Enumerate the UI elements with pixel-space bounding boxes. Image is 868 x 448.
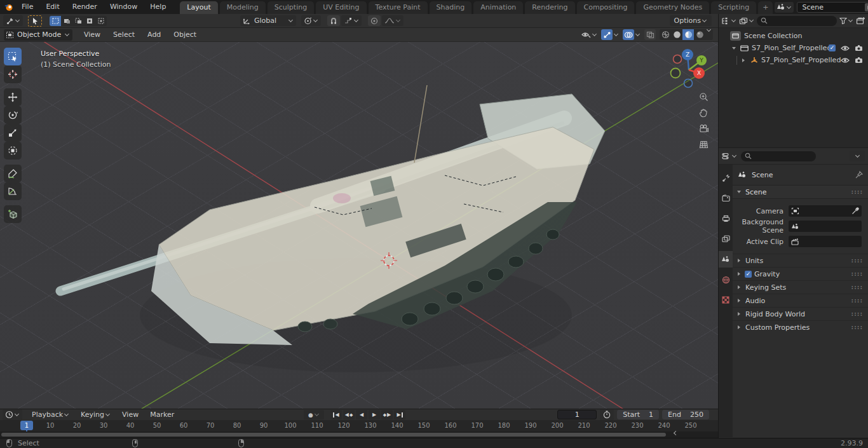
drag-grip-icon[interactable]: ::::	[851, 284, 863, 290]
drag-grip-icon[interactable]: ::::	[851, 311, 863, 317]
jump-to-end-button[interactable]: ▶	[394, 410, 405, 419]
timeline-ruler[interactable]: 1020304050607080901001101201301401501601…	[0, 420, 718, 431]
panel-gravity[interactable]: ✓ Gravity ::::	[733, 267, 868, 280]
next-keyframe-button[interactable]: ◆▶	[381, 410, 393, 419]
topbar-menu-item[interactable]: Render	[66, 1, 104, 13]
viewport-menu-item[interactable]: Object	[167, 29, 203, 41]
drag-grip-icon[interactable]: ::::	[851, 324, 863, 330]
proportional-editing-button[interactable]	[368, 15, 381, 26]
tool-annotate[interactable]	[4, 165, 22, 182]
workspace-tab[interactable]: Modeling	[220, 1, 266, 14]
outliner-search-input[interactable]	[757, 16, 837, 26]
outliner-row-collection[interactable]: S7_Pion_Self_Propelled_Heav ✓	[719, 42, 868, 54]
play-reverse-button[interactable]: ◀	[356, 410, 367, 419]
mode-dropdown[interactable]: Object Mode	[4, 29, 72, 41]
tab-world-properties[interactable]	[719, 271, 733, 288]
workspace-tab[interactable]: Texture Paint	[369, 1, 428, 14]
tool-rotate[interactable]	[4, 106, 22, 124]
panel-custom-properties[interactable]: Custom Properties ::::	[733, 320, 868, 334]
collection-checkbox[interactable]: ✓	[829, 44, 836, 51]
timeline-menu-item[interactable]: Playback	[26, 410, 75, 420]
timeline-editor-type-button[interactable]	[3, 409, 22, 420]
timeline-scrollbar[interactable]	[1, 433, 666, 437]
gizmo-axis-negz[interactable]	[684, 79, 693, 88]
scene-browse-button[interactable]	[775, 2, 794, 13]
active-tool-button[interactable]	[28, 15, 42, 27]
scene-name-field[interactable]: Scene	[797, 2, 868, 13]
workspace-tab[interactable]: Rendering	[525, 1, 574, 14]
new-collection-button[interactable]	[856, 17, 865, 25]
snap-toggle-button[interactable]	[327, 15, 340, 26]
tool-scale[interactable]	[4, 124, 22, 142]
gizmos-toggle[interactable]	[601, 29, 613, 40]
camera-view-icon[interactable]	[695, 121, 712, 137]
tab-view-layer-properties[interactable]	[719, 231, 733, 247]
active-clip-field[interactable]	[789, 236, 862, 247]
timeline-menu-item[interactable]: Marker	[144, 410, 180, 420]
eye-icon[interactable]	[841, 45, 850, 51]
outliner-row-scene-collection[interactable]: Scene Collection	[719, 30, 868, 42]
overlays-toggle[interactable]	[623, 29, 634, 40]
jump-to-start-button[interactable]: ◀	[330, 410, 342, 419]
options-dropdown[interactable]: Options	[670, 15, 712, 26]
workspace-tab[interactable]: Compositing	[577, 1, 635, 14]
tool-move[interactable]	[4, 88, 22, 106]
topbar-menu-item[interactable]: Help	[144, 1, 172, 13]
tool-select-box[interactable]	[4, 48, 22, 65]
editor-type-button[interactable]	[3, 15, 23, 26]
scrollbar-collapse-icon[interactable]	[674, 431, 678, 435]
outliner-editor-type-button[interactable]	[721, 17, 736, 25]
panel-rigid-body-world[interactable]: Rigid Body World ::::	[733, 307, 868, 320]
timeline-menu-item[interactable]: Keying	[75, 410, 116, 420]
pan-hand-icon[interactable]	[695, 105, 712, 121]
tab-tool-properties[interactable]	[719, 170, 733, 186]
panel-audio[interactable]: Audio ::::	[733, 294, 868, 307]
camera-field[interactable]	[789, 205, 862, 217]
tab-texture-properties[interactable]	[719, 292, 733, 308]
eye-icon[interactable]	[841, 57, 850, 64]
panel-keying-sets[interactable]: Keying Sets ::::	[733, 280, 868, 294]
shading-rendered-button[interactable]	[694, 29, 705, 40]
topbar-menu-item[interactable]: Window	[104, 1, 144, 13]
navigation-gizmo[interactable]: Z Y X	[665, 47, 715, 93]
shading-material-button[interactable]	[682, 29, 694, 40]
properties-filter-dropdown[interactable]	[850, 151, 865, 161]
tool-transform[interactable]	[4, 142, 22, 160]
render-camera-icon[interactable]	[855, 57, 863, 64]
drag-grip-icon[interactable]: ::::	[851, 257, 863, 264]
tool-add-cube[interactable]	[4, 205, 22, 223]
auto-keying-button[interactable]: ●	[304, 410, 324, 419]
disclosure-triangle-icon[interactable]	[742, 58, 745, 62]
playhead[interactable]: 1	[20, 421, 33, 430]
pivot-point-dropdown[interactable]	[301, 15, 321, 26]
topbar-menu-item[interactable]: File	[15, 1, 39, 13]
topbar-menu-item[interactable]: Edit	[39, 1, 65, 13]
play-button[interactable]: ▶	[369, 410, 380, 419]
workspace-tab[interactable]: Scripting	[711, 1, 756, 14]
select-mode-intersect[interactable]	[95, 16, 107, 26]
viewport-menu-item[interactable]: Add	[141, 29, 167, 41]
proportional-falloff-dropdown[interactable]	[382, 15, 403, 26]
scene-copy-button[interactable]	[865, 3, 868, 11]
select-mode-extend[interactable]	[61, 16, 72, 26]
viewport-menu-item[interactable]: View	[78, 29, 107, 41]
workspace-tab[interactable]: Sculpting	[268, 1, 314, 14]
eyedropper-icon[interactable]	[851, 207, 859, 215]
zoom-icon[interactable]	[695, 89, 712, 105]
3d-viewport[interactable]: User Perspective (1) Scene Collection	[0, 42, 718, 409]
tool-cursor[interactable]	[4, 65, 22, 83]
gizmo-axis-negy[interactable]	[671, 69, 681, 78]
start-frame-field[interactable]: Start 1	[617, 410, 659, 419]
workspace-tab[interactable]: UV Editing	[316, 1, 366, 14]
tab-output-properties[interactable]	[719, 210, 733, 227]
disclosure-triangle-icon[interactable]	[732, 47, 736, 50]
select-mode-set[interactable]	[50, 16, 61, 26]
use-preview-range-button[interactable]	[600, 409, 614, 420]
timeline-menu-item[interactable]: View	[116, 410, 144, 420]
shading-solid-button[interactable]	[671, 29, 682, 40]
tab-scene-properties[interactable]	[719, 251, 733, 268]
outliner-display-mode-button[interactable]	[739, 17, 754, 25]
xray-toggle[interactable]	[644, 29, 656, 40]
scene-section-header[interactable]: Scene ::::	[733, 185, 868, 199]
drag-grip-icon[interactable]: ::::	[851, 189, 863, 195]
